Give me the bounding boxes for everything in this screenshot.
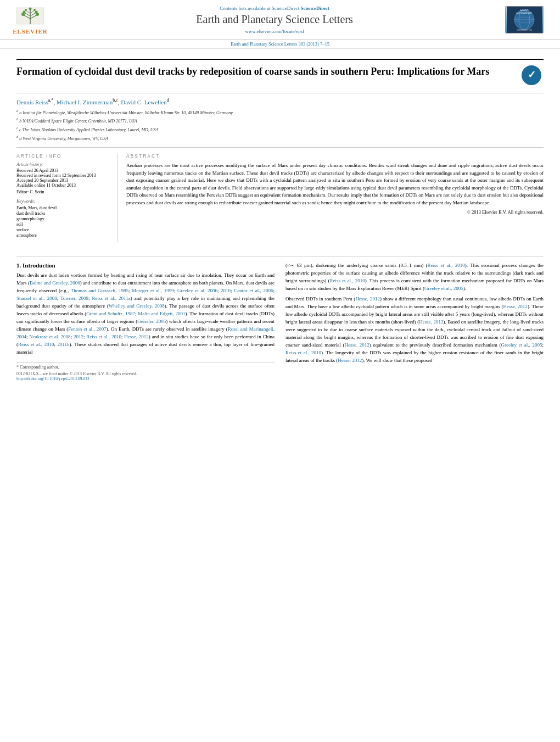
- doi-link[interactable]: http://dx.doi.org/10.1016/j.epsl.2013.09…: [16, 376, 275, 381]
- affiliations-block: a a Institut für Planetologie, Westfälis…: [16, 108, 544, 142]
- affil-a: a a Institut für Planetologie, Westfälis…: [16, 108, 544, 116]
- journal-header: ELSEVIER Contents lists available at Sci…: [0, 0, 560, 40]
- ref-reiss2010[interactable]: Reiss et al., 2010: [86, 334, 121, 339]
- online-date: Available online 11 October 2013: [16, 183, 111, 188]
- ref-reiss2010-rc[interactable]: Reiss et al., 2010: [428, 263, 465, 268]
- keywords-label: Keywords:: [16, 199, 111, 204]
- ref-metzger[interactable]: Metzger et al., 1999: [132, 288, 174, 293]
- svg-point-14: [29, 7, 32, 10]
- svg-point-10: [23, 10, 26, 13]
- page: ELSEVIER Contents lists available at Sci…: [0, 0, 560, 742]
- body-left-col: 1. Introduction Dust devils are dust lad…: [16, 262, 275, 381]
- author-zimmerman: Michael I. Zimmerman: [57, 99, 113, 105]
- author-lewellen: David C. Lewellen: [121, 99, 166, 105]
- ref-reiss2010-r3[interactable]: Reiss et al., 2010: [285, 350, 321, 355]
- intro-heading: 1. Introduction: [16, 262, 275, 269]
- affil-d-text: d West Virginia University, Morgantown, …: [19, 136, 108, 141]
- sciencedirect-link[interactable]: Contents lists available at ScienceDirec…: [49, 5, 500, 11]
- svg-point-12: [25, 9, 27, 11]
- crossmark-icon: ✓: [522, 65, 541, 85]
- ref-whelley[interactable]: Whelley and Greeley, 2008: [109, 303, 165, 309]
- keyword-5: surface: [16, 227, 111, 232]
- journal-center-block: Contents lists available at ScienceDirec…: [49, 5, 500, 34]
- ref-reiss2011a[interactable]: Reiss et al., 2011a: [92, 295, 130, 301]
- keyword-4: soil: [16, 222, 111, 227]
- intro-para1: Dust devils are dust laden vortices form…: [16, 272, 275, 356]
- keyword-6: atmosphere: [16, 233, 111, 238]
- keywords-group: Keywords: Earth, Mars, dust devil dust d…: [16, 199, 111, 238]
- ref-hesse2012-r6[interactable]: Hesse, 2012: [338, 358, 362, 363]
- svg-text:✓: ✓: [528, 69, 536, 80]
- ref-reiss2010-rc2[interactable]: Reiss et al., 2010: [330, 278, 365, 283]
- affil-c-text: c The Johns Hopkins University Applied P…: [19, 127, 159, 132]
- ref-hesse2012-r4[interactable]: Hesse, 2012: [419, 319, 443, 325]
- ref-thomas[interactable]: Thomas and Gierasch, 1985: [71, 288, 128, 293]
- journal-url[interactable]: www.elsevier.com/locate/epsl: [49, 29, 500, 34]
- affil-a-text: a Institut für Planetologie, Westfälisch…: [19, 110, 233, 115]
- svg-text:SCIENCE LETTERS: SCIENCE LETTERS: [517, 29, 532, 31]
- journal-ref-text: Earth and Planetary Science Letters 383 …: [231, 41, 329, 47]
- contents-available-text: Contents lists available at ScienceDirec…: [220, 5, 299, 11]
- keyword-3: geomorphology: [16, 216, 111, 221]
- body-two-col: 1. Introduction Dust devils are dust lad…: [16, 262, 544, 381]
- ref-greeley2005[interactable]: Greeley et al., 2005: [424, 286, 463, 291]
- svg-point-13: [33, 9, 36, 11]
- ref-malin[interactable]: Malin and Edgett, 2001: [138, 311, 185, 316]
- abstract-col: ABSTRACT Aeolian processes are the most …: [126, 153, 544, 242]
- svg-text:EARTH: EARTH: [520, 9, 528, 12]
- keyword-2: dust devil tracks: [16, 211, 111, 216]
- affil-d: d d West Virginia University, Morgantown…: [16, 134, 544, 142]
- ref-cantor[interactable]: Cantor et al., 2006: [234, 288, 273, 293]
- article-info-abstract-section: ARTICLE INFO Article history: Received 2…: [16, 147, 544, 242]
- right-para2: Observed DDTs in southern Peru (Hesse, 2…: [285, 295, 544, 364]
- elsevier-brand-text: ELSEVIER: [13, 28, 48, 35]
- footnote-section: * Corresponding author. 0012-821X/$ – se…: [16, 362, 275, 381]
- ref-geissler[interactable]: Geissler, 2005: [137, 319, 166, 324]
- affil-b-text: b NASA/Goddard Space Flight Center, Gree…: [19, 119, 137, 124]
- crossmark-svg: ✓: [522, 66, 541, 85]
- issn-line: 0012-821X/$ – see front matter © 2013 El…: [16, 371, 275, 376]
- history-label: Article history:: [16, 162, 111, 167]
- affil-b: b b NASA/Goddard Space Flight Center, Gr…: [16, 116, 544, 125]
- authors-line: Dennis Reissa,*, Michael I. Zimmermanb,c…: [16, 98, 544, 105]
- article-title: Formation of cycloidal dust devil tracks…: [16, 65, 522, 78]
- ref-towner[interactable]: Towner, 2009: [60, 295, 88, 301]
- keyword-1: Earth, Mars, dust devil: [16, 205, 111, 210]
- affil-c: c c The Johns Hopkins University Applied…: [16, 125, 544, 133]
- ref-grant[interactable]: Grant and Schultz, 1987: [86, 311, 135, 316]
- ref-reiss2010b[interactable]: Reiss et al., 2010: [18, 342, 54, 347]
- received-date: Received 26 April 2013: [16, 168, 111, 173]
- earth-planetary-logo: EARTH AND PLANETARY SCIENCE LETTERS: [505, 6, 544, 34]
- ref-fenton[interactable]: Fenton et al., 2007: [68, 326, 106, 332]
- ref-stanzel[interactable]: Stanzel et al., 2008: [16, 295, 57, 301]
- ref-balme[interactable]: Balme and Greeley, 2006: [30, 280, 80, 286]
- elsevier-logo: ELSEVIER: [11, 5, 49, 35]
- ref-neakrase2012[interactable]: 2012: [74, 334, 83, 339]
- author-reiss: Dennis Reiss: [16, 99, 48, 105]
- crossmark-badge[interactable]: ✓: [522, 65, 544, 87]
- article-info-col: ARTICLE INFO Article history: Received 2…: [16, 153, 118, 242]
- ref-greeley2005-r2[interactable]: Greeley et al., 2005: [501, 342, 542, 348]
- svg-text:AND PLANETARY: AND PLANETARY: [516, 12, 533, 14]
- article-title-section: Formation of cycloidal dust devil tracks…: [16, 59, 544, 93]
- svg-point-11: [35, 10, 38, 13]
- main-body: 1. Introduction Dust devils are dust lad…: [0, 256, 560, 389]
- ref-neakrase[interactable]: Neakrase et al. 2008: [29, 334, 70, 339]
- ref-greeley2006[interactable]: Greeley et al. 2006: [177, 288, 217, 293]
- body-divider: [16, 256, 544, 256]
- abstract-label: ABSTRACT: [126, 153, 544, 159]
- article-history: Article history: Received 26 April 2013 …: [16, 162, 111, 194]
- ref-reiss2011b[interactable]: 2011b: [57, 342, 69, 347]
- editor-line: Editor: C. Sotin: [16, 189, 111, 194]
- ref-hesse2012[interactable]: Hesse, 2012: [124, 334, 149, 339]
- journal-logo-right: EARTH AND PLANETARY SCIENCE LETTERS: [500, 4, 549, 35]
- ref-hesse2012-r5[interactable]: Hesse, 2012: [344, 342, 369, 348]
- elsevier-tree-icon: [11, 5, 49, 27]
- article-info-label: ARTICLE INFO: [16, 153, 111, 159]
- corresponding-author-note: * Corresponding author.: [16, 365, 275, 370]
- ref-hesse2012-r2[interactable]: Hesse, 2012: [355, 296, 380, 302]
- ref-hesse2012-r3[interactable]: Hesse, 2012: [503, 304, 528, 309]
- ref-greeley2010[interactable]: 2010: [221, 288, 231, 293]
- abstract-copyright: © 2013 Elsevier B.V. All rights reserved…: [126, 209, 544, 215]
- article-area: Formation of cycloidal dust devil tracks…: [0, 49, 560, 253]
